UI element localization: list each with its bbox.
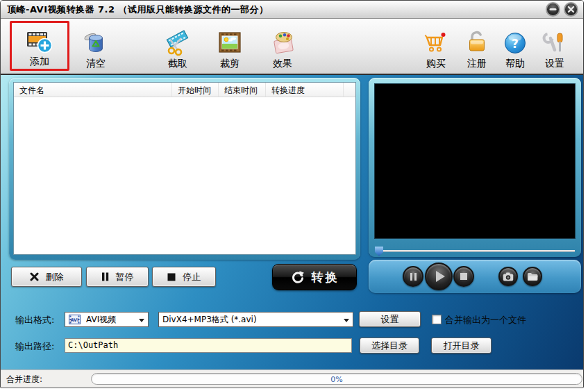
chevron-down-icon [139,319,144,322]
avi-file-icon: AVI [69,315,81,324]
file-list-body[interactable] [14,97,355,254]
column-start-time[interactable]: 开始时间 [171,83,218,97]
output-format-label: 输出格式: [15,314,54,326]
merge-progress-label: 合并进度: [6,374,42,385]
seek-track [375,250,575,252]
column-progress[interactable]: 转换进度 [265,83,343,97]
codec-format-dropdown[interactable]: DivX4+MP3格式 (*.avi) [158,312,353,327]
minimize-icon [549,6,557,13]
help-globe-icon: ? [501,29,529,57]
output-path-field[interactable]: C:\OutPath [65,338,352,353]
delete-label: 删除 [46,271,64,283]
palette-icon [269,29,296,57]
recycle-bin-icon [82,29,110,57]
toolbar-settings-button[interactable]: 设置 [535,21,575,71]
toolbar-effect-label: 效果 [273,58,292,69]
merge-progress-text: 0% [92,375,582,384]
preview-pause-icon [410,273,417,281]
column-spacer [343,83,355,97]
convert-arrows-icon [290,269,305,285]
toolbar-buy-label: 购买 [426,58,446,69]
merge-progress-bar: 0% [91,373,582,385]
preview-stop-icon [460,273,467,280]
pause-label: 暂停 [116,271,134,283]
choose-directory-button[interactable]: 选择目录 [360,338,419,353]
choose-directory-label: 选择目录 [371,340,408,352]
container-format-dropdown[interactable]: AVI AVI视频 [65,312,149,327]
svg-text:?: ? [512,37,519,51]
toolbar-help-label: 帮助 [505,58,525,69]
toolbar-crop-label: 裁剪 [220,58,240,69]
playback-panel [369,260,581,293]
toolbar-clear-button[interactable]: 清空 [76,21,116,71]
app-window: 顶峰-AVI视频转换器 7.2 （试用版只能转换源文件的一部分） [0,0,584,388]
open-directory-button[interactable]: 打开目录 [431,338,492,353]
format-settings-label: 设置 [381,313,399,326]
format-settings-button[interactable]: 设置 [359,311,421,327]
toolbar-buy-button[interactable]: 购买 [416,21,456,71]
column-end-time[interactable]: 结束时间 [218,83,265,97]
stop-label: 停止 [183,271,201,283]
file-list-panel: 文件名 开始时间 结束时间 转换进度 [9,78,360,260]
scissors-film-icon [164,29,192,57]
open-directory-label: 打开目录 [444,340,480,352]
column-filename[interactable]: 文件名 [14,83,171,97]
lock-icon [463,29,491,57]
main-content: 文件名 开始时间 结束时间 转换进度 删除 暂停 停止 [1,75,583,369]
preview-pause-button[interactable] [403,266,423,287]
titlebar[interactable]: 顶峰-AVI视频转换器 7.2 （试用版只能转换源文件的一部分） [1,1,583,19]
snapshot-button[interactable] [498,267,518,286]
pause-button[interactable]: 暂停 [86,267,149,287]
preview-play-button[interactable] [425,263,453,290]
merge-output-checkbox[interactable] [432,315,442,324]
minimize-button[interactable] [546,2,560,17]
open-folder-button[interactable] [523,267,542,286]
window-title: 顶峰-AVI视频转换器 7.2 （试用版只能转换源文件的一部分） [1,3,269,16]
seek-thumb[interactable] [375,247,383,256]
convert-label: 转换 [312,269,339,285]
convert-button[interactable]: 转换 [272,264,357,290]
toolbar-clip-button[interactable]: 截取 [158,21,198,71]
merge-output-label: 合并输出为一个文件 [445,314,526,326]
toolbar-crop-button[interactable]: 裁剪 [210,21,250,71]
film-add-icon [26,27,53,55]
camera-icon [503,272,514,281]
file-list-header: 文件名 开始时间 结束时间 转换进度 [14,83,355,97]
tools-icon [541,29,569,57]
toolbar-help-button[interactable]: ? 帮助 [495,21,535,71]
stop-button[interactable]: 停止 [152,267,216,287]
chevron-down-icon [344,319,349,322]
codec-format-value: DivX4+MP3格式 (*.avi) [162,314,257,326]
close-button[interactable] [564,2,578,17]
toolbar-add-label: 添加 [30,56,49,67]
close-icon [567,6,575,13]
preview-panel [369,78,581,257]
toolbar-settings-label: 设置 [545,58,564,69]
stop-icon [167,273,176,281]
cart-icon [422,29,450,57]
toolbar-clip-label: 截取 [168,58,187,69]
toolbar-clear-label: 清空 [86,58,106,69]
folder-icon [527,272,538,281]
output-path-label: 输出路径: [15,340,54,353]
crop-frame-icon [216,29,244,57]
toolbar-register-label: 注册 [467,58,487,69]
pause-icon [101,272,109,281]
svg-text:AVI: AVI [70,317,78,323]
seek-bar[interactable] [375,247,575,256]
toolbar-register-button[interactable]: 注册 [457,21,497,71]
delete-button[interactable]: 删除 [11,267,82,287]
container-format-value: AVI视频 [86,314,116,326]
preview-play-icon [436,271,445,282]
toolbar-effect-button[interactable]: 效果 [262,21,303,71]
preview-stop-button[interactable] [453,266,474,287]
delete-x-icon [30,272,39,281]
toolbar-add-button[interactable]: 添加 [10,21,69,71]
toolbar: 添加 清空 [1,19,583,75]
video-preview-screen[interactable] [374,83,576,239]
status-bar: 合并进度: 0% [1,369,583,387]
